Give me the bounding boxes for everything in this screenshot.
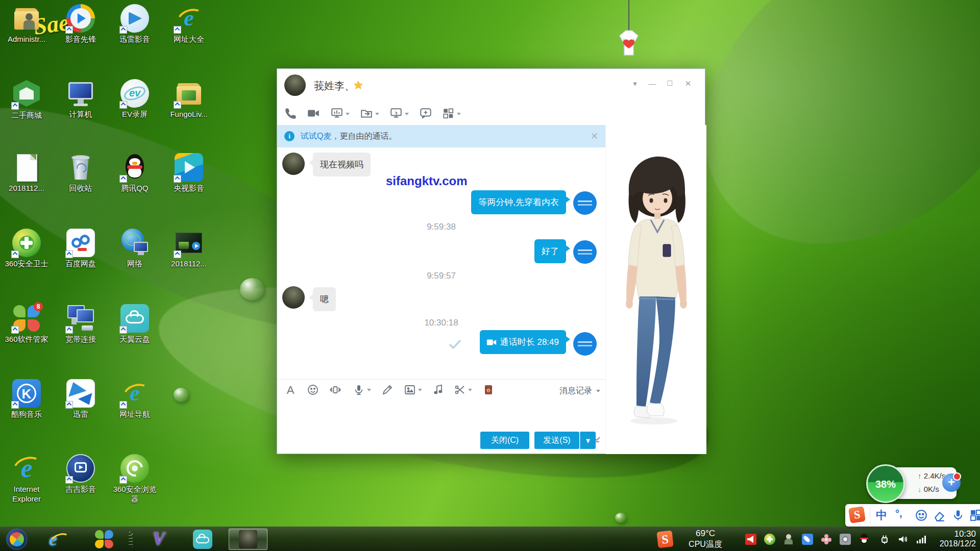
desktop-icon-jiji[interactable]: 吉吉影音 bbox=[54, 454, 108, 494]
taskbar-v-app-icon[interactable]: V bbox=[148, 528, 169, 550]
cctv-video-icon bbox=[175, 153, 203, 182]
self-avatar[interactable] bbox=[573, 240, 597, 264]
ime-chinese-mode[interactable]: 中 bbox=[876, 508, 887, 523]
ime-keyboard-grid-icon[interactable] bbox=[970, 509, 980, 523]
desktop-icon-xunlei[interactable]: 迅雷 bbox=[54, 379, 108, 419]
voice-message-icon[interactable] bbox=[353, 384, 365, 396]
image-icon[interactable] bbox=[404, 384, 416, 396]
folder-user-icon bbox=[12, 4, 41, 33]
peer-avatar[interactable] bbox=[282, 286, 305, 309]
taskbar-pinwheel-icon[interactable] bbox=[95, 530, 113, 548]
handwrite-icon[interactable] bbox=[381, 384, 394, 396]
desktop-icon-computer[interactable]: 计算机 bbox=[54, 79, 108, 119]
tray-qq-icon[interactable] bbox=[859, 534, 870, 545]
close-chat-button[interactable]: 关闭(C) bbox=[480, 432, 529, 449]
screen-share-caret[interactable] bbox=[346, 113, 350, 115]
self-avatar[interactable] bbox=[573, 191, 597, 215]
red-packet-icon[interactable]: ¥ bbox=[482, 384, 495, 396]
minimize-button[interactable]: — bbox=[645, 77, 660, 90]
desktop-icon-wangzhidaquan[interactable]: e 网址大全 bbox=[162, 4, 216, 44]
desktop-icon-xunlei-yingyin[interactable]: 迅雷影音 bbox=[108, 4, 162, 44]
send-options-caret-button[interactable]: ▾ bbox=[580, 432, 596, 449]
self-avatar[interactable] bbox=[573, 332, 597, 356]
send-button[interactable]: 发送(S) bbox=[534, 432, 579, 449]
ime-mic-icon[interactable] bbox=[951, 509, 965, 524]
send-file-icon[interactable] bbox=[360, 107, 373, 120]
memory-percent-ball[interactable]: 38% bbox=[866, 464, 905, 503]
desktop-icon-qq[interactable]: 腾讯QQ bbox=[108, 153, 162, 193]
window-shake-icon[interactable] bbox=[329, 384, 341, 396]
desktop-icon-ev[interactable]: ev EV录屏 bbox=[108, 79, 162, 119]
tray-megaphone-icon[interactable] bbox=[745, 534, 756, 545]
music-icon[interactable] bbox=[432, 384, 445, 396]
tray-camera-icon[interactable] bbox=[840, 534, 851, 545]
desktop-icon-ie[interactable]: e Internet Explorer bbox=[0, 454, 54, 504]
close-button[interactable]: ✕ bbox=[680, 77, 696, 90]
accelerate-plus-button[interactable]: + bbox=[942, 473, 961, 492]
desktop-icon-broadband[interactable]: 宽带连接 bbox=[54, 304, 108, 344]
apps-grid-icon[interactable] bbox=[442, 107, 455, 120]
desktop-icon-kugou[interactable]: K 酷狗音乐 bbox=[0, 379, 54, 419]
desktop-icon-tianyi[interactable]: 天翼云盘 bbox=[108, 304, 162, 344]
jiji-player-icon bbox=[66, 454, 95, 483]
tray-phone-icon[interactable] bbox=[802, 534, 813, 545]
notice-close-icon[interactable]: ✕ bbox=[591, 131, 598, 142]
taskbar: e V S 69°C CPU温度 bbox=[0, 527, 980, 551]
ime-punctuation[interactable]: °, bbox=[895, 508, 902, 519]
apps-grid-caret[interactable] bbox=[457, 113, 461, 115]
taskbar-cloud-icon[interactable] bbox=[193, 530, 212, 549]
tray-power-plug-icon[interactable] bbox=[879, 534, 890, 545]
taskbar-ie-icon[interactable]: e bbox=[49, 529, 69, 549]
clock-date[interactable]: 2018/12/2 bbox=[923, 539, 976, 548]
ime-emoji-icon[interactable] bbox=[915, 509, 928, 524]
font-icon[interactable]: A bbox=[284, 384, 297, 396]
tray-volume-icon[interactable] bbox=[897, 534, 909, 545]
desktop-icon-ershoushangcheng[interactable]: 二手商城 bbox=[0, 79, 54, 120]
desktop-icon-administrator[interactable]: Administr... bbox=[0, 4, 54, 44]
video-call-icon[interactable] bbox=[307, 107, 320, 120]
window-menu-button[interactable]: ▾ bbox=[627, 77, 643, 90]
maximize-button[interactable]: ☐ bbox=[662, 77, 677, 90]
message-history-caret[interactable] bbox=[596, 390, 600, 392]
desktop-icon-video-2018112[interactable]: 2018112... bbox=[162, 229, 216, 269]
desktop-icon-recycle-bin[interactable]: 回收站 bbox=[54, 153, 108, 193]
desktop-icon-360browser[interactable]: 360安全浏览器 bbox=[108, 454, 162, 504]
desktop-icon-yingyinxianfeng[interactable]: 影音先锋 bbox=[54, 4, 108, 44]
tray-flower-icon[interactable] bbox=[821, 534, 832, 545]
desktop-icon-baidupan[interactable]: 百度网盘 bbox=[54, 229, 108, 269]
desktop-icon-360safe[interactable]: 360安全卫士 bbox=[0, 229, 54, 269]
desktop-icon-wangzhidaohang[interactable]: e 网址导航 bbox=[108, 379, 162, 419]
ime-eraser-icon[interactable] bbox=[933, 509, 946, 524]
taskbar-qq-chat-item[interactable] bbox=[229, 529, 267, 550]
peer-avatar[interactable] bbox=[282, 153, 305, 175]
tshirt-widget[interactable] bbox=[612, 29, 645, 58]
desktop-icon-doc-2018112[interactable]: 2018112... bbox=[0, 153, 54, 193]
screen-share-icon[interactable] bbox=[330, 107, 344, 120]
emoji-icon[interactable] bbox=[307, 384, 319, 396]
remote-assist-icon[interactable] bbox=[389, 107, 403, 120]
clock-time[interactable]: 10:30 bbox=[933, 529, 976, 539]
remote-assist-caret[interactable] bbox=[405, 113, 409, 115]
send-file-caret[interactable] bbox=[375, 113, 379, 115]
create-group-icon[interactable] bbox=[419, 107, 432, 120]
voice-call-icon[interactable] bbox=[284, 107, 298, 120]
contact-avatar[interactable] bbox=[284, 74, 306, 96]
desktop-icon-360soft[interactable]: 8 360软件管家 bbox=[0, 304, 54, 344]
start-button[interactable] bbox=[6, 529, 28, 550]
qq-show-panel[interactable] bbox=[605, 125, 706, 454]
voice-caret[interactable] bbox=[367, 389, 371, 391]
sogou-logo-icon[interactable]: S bbox=[848, 506, 866, 523]
desktop-icon-network[interactable]: 网络 bbox=[108, 229, 162, 269]
tray-sogou-icon[interactable]: S bbox=[656, 531, 673, 548]
tray-assistant-icon[interactable] bbox=[783, 534, 794, 545]
image-caret[interactable] bbox=[418, 389, 422, 391]
cpu-temp-value: 69°C bbox=[682, 529, 729, 539]
qmai-link[interactable]: 试试Q麦 bbox=[301, 132, 331, 140]
message-history-button[interactable]: 消息记录 bbox=[559, 386, 592, 396]
tray-360-icon[interactable] bbox=[764, 534, 775, 545]
screenshot-scissors-icon[interactable] bbox=[454, 384, 466, 396]
desktop-icon-fungoliv[interactable]: FungoLiv... bbox=[162, 79, 216, 119]
desktop-icon-yangshi[interactable]: 央视影音 bbox=[162, 153, 216, 193]
360-shield-ball-icon bbox=[12, 229, 41, 257]
scissors-caret[interactable] bbox=[468, 389, 472, 391]
